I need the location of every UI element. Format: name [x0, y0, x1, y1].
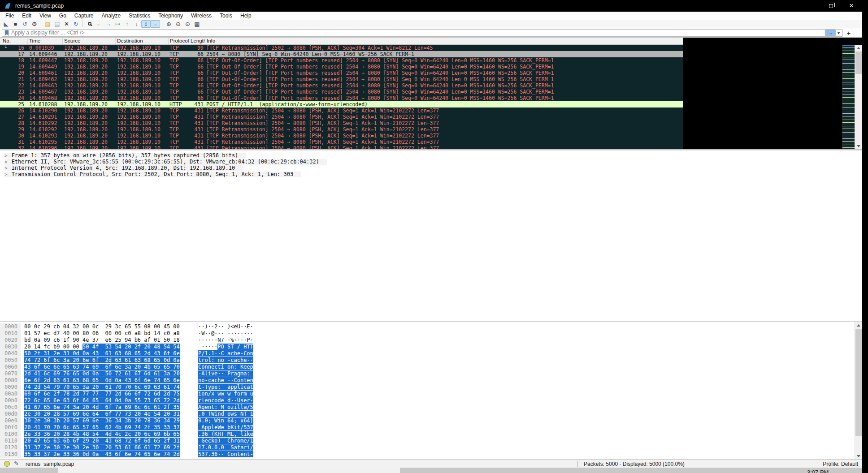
menu-wireless[interactable]: Wireless	[187, 12, 216, 20]
packet-row-16[interactable]: 16└0.001939192.168.189.20192.168.189.10T…	[0, 45, 683, 51]
hex-row-0120[interactable]: 012031 37 2e 30 2e 30 2e 30 20 53 61 66 …	[0, 444, 862, 451]
hex-row-00d0[interactable]: 00d02e 30 20 28 57 69 6e 64 6f 77 73 20 …	[0, 411, 862, 417]
display-filter-field[interactable]: → ▾	[2, 29, 843, 37]
hex-row-00f0[interactable]: 00f020 41 70 70 6c 65 57 65 62 4b 69 74 …	[0, 424, 862, 431]
menu-go[interactable]: Go	[55, 12, 70, 20]
menu-analyze[interactable]: Analyze	[98, 12, 125, 20]
display-filter-input[interactable]	[11, 30, 825, 36]
packet-row-26[interactable]: 2614.610290192.168.189.20192.168.189.10T…	[0, 108, 683, 114]
hex-row-00c0[interactable]: 00c041 67 65 6e 74 3a 20 4d 6f 7a 69 6c …	[0, 404, 862, 411]
expand-arrow-icon[interactable]: >	[4, 172, 8, 177]
save-file-icon[interactable]: ▤	[52, 20, 62, 28]
packet-row-21[interactable]: 2114.609462192.168.189.20192.168.189.10T…	[0, 76, 683, 82]
hex-row-0010[interactable]: 001001 57 ec d7 40 00 80 06 00 00 c0 a8 …	[0, 330, 862, 337]
hex-row-0130[interactable]: 013035 33 37 2e 33 36 0d 0a 43 6f 6e 74 …	[0, 451, 862, 458]
hex-row-0100[interactable]: 01002e 33 36 20 28 4b 48 54 4d 4c 2c 20 …	[0, 431, 862, 438]
close-file-icon[interactable]: ✕	[62, 20, 71, 28]
filter-history-dropdown-icon[interactable]: ▾	[836, 30, 842, 35]
packet-row-27[interactable]: 2714.610291192.168.189.20192.168.189.10T…	[0, 114, 683, 120]
stop-capture-icon[interactable]: ■	[11, 20, 20, 28]
scroll-down-icon[interactable]	[855, 453, 862, 459]
column-header-time[interactable]: Time	[28, 38, 63, 44]
detail-line[interactable]: >Internet Protocol Version 4, Src: 192.1…	[4, 165, 243, 171]
hex-row-0110[interactable]: 011020 47 65 63 6b 6f 29 20 43 68 72 6f …	[0, 438, 862, 444]
detail-line[interactable]: >Ethernet II, Src: VMware_3c:65:55 (00:0…	[4, 159, 327, 165]
column-header-destination[interactable]: Destination	[116, 38, 169, 44]
packet-row-17[interactable]: 1714.609446192.168.189.20192.168.189.10T…	[0, 51, 683, 57]
scroll-up-icon[interactable]	[855, 45, 862, 51]
menu-file[interactable]: File	[0, 12, 18, 20]
menu-edit[interactable]: Edit	[18, 12, 35, 20]
expand-arrow-icon[interactable]: >	[4, 165, 8, 171]
go-forward-icon[interactable]: →	[104, 20, 113, 28]
menu-statistics[interactable]: Statistics	[125, 12, 154, 20]
capture-options-icon[interactable]: ⚙	[30, 20, 39, 28]
packet-row-18[interactable]: 1814.609447192.168.189.20192.168.189.10T…	[0, 57, 683, 64]
hex-row-00e0[interactable]: 00e030 2e 30 3b 20 57 69 6e 36 34 3b 20 …	[0, 417, 862, 424]
hex-row-0000[interactable]: 000000 0c 29 cb 04 32 00 0c 29 3c 65 55 …	[0, 323, 862, 330]
reload-file-icon[interactable]: ↻	[71, 20, 81, 28]
column-header-length[interactable]: Length	[189, 38, 205, 44]
expand-arrow-icon[interactable]: >	[4, 159, 8, 165]
packet-minimap[interactable]	[842, 45, 855, 149]
scroll-down-icon[interactable]	[855, 143, 862, 149]
packet-list-scrollbar[interactable]	[855, 45, 862, 149]
packet-row-19[interactable]: 1914.609449192.168.189.20192.168.189.10T…	[0, 64, 683, 70]
hex-row-0020[interactable]: 0020bd 0a 09 c6 1f 90 4e 37 e6 25 94 b6 …	[0, 337, 862, 344]
scrollbar-thumb[interactable]	[855, 52, 862, 74]
packet-row-25[interactable]: 2514.610288192.168.189.20192.168.189.10H…	[0, 101, 683, 108]
autoscroll-icon[interactable]: ⇟	[141, 20, 151, 28]
add-filter-button[interactable]: +	[845, 29, 853, 37]
colorize-icon[interactable]: ≡	[151, 20, 160, 28]
hex-row-0060[interactable]: 006043 6f 6e 6e 65 63 74 69 6f 6e 3a 20 …	[0, 364, 862, 370]
open-file-icon[interactable]: ▨	[43, 20, 52, 28]
start-capture-icon[interactable]: ◣	[1, 20, 11, 28]
hex-row-0050[interactable]: 005074 72 6f 6c 3a 20 6e 6f 2d 63 61 63 …	[0, 357, 862, 364]
menu-telephony[interactable]: Telephony	[154, 12, 187, 20]
go-back-icon[interactable]: ←	[94, 20, 104, 28]
bookmark-icon[interactable]	[4, 30, 9, 36]
packet-row-28[interactable]: 2814.610292192.168.189.20192.168.189.10T…	[0, 120, 683, 126]
expand-arrow-icon[interactable]: >	[4, 153, 8, 159]
hex-row-00a0[interactable]: 00a069 6f 6e 2f 78 2d 77 77 77 2d 66 6f …	[0, 391, 862, 397]
column-header-info[interactable]: Info	[205, 38, 683, 44]
hex-row-0040[interactable]: 004050 2f 31 2e 31 0d 0a 43 61 63 68 65 …	[0, 350, 862, 357]
packet-row-24[interactable]: 2414.609468192.168.189.20192.168.189.10T…	[0, 95, 683, 101]
close-button[interactable]: ×	[841, 0, 862, 12]
expert-info-icon[interactable]	[4, 461, 10, 467]
scrollbar-thumb[interactable]	[855, 329, 862, 436]
hex-row-0090[interactable]: 009074 2d 54 79 70 65 3a 20 61 70 70 6c …	[0, 384, 862, 391]
go-last-packet-icon[interactable]: ↓	[132, 20, 141, 28]
resize-columns-icon[interactable]: ▦	[192, 20, 202, 28]
column-header-source[interactable]: Source	[63, 38, 116, 44]
bytes-scrollbar[interactable]	[855, 322, 862, 459]
hex-row-0080[interactable]: 00806e 6f 2d 63 61 63 68 65 0d 0a 43 6f …	[0, 377, 862, 384]
go-first-packet-icon[interactable]: ↑	[122, 20, 132, 28]
detail-line[interactable]: >Frame 1: 357 bytes on wire (2856 bits),…	[4, 153, 246, 159]
restart-capture-icon[interactable]: ↺	[20, 20, 30, 28]
packet-row-22[interactable]: 2214.609463192.168.189.20192.168.189.10T…	[0, 82, 683, 89]
zoom-original-icon[interactable]: ⊙	[183, 20, 192, 28]
capture-comment-icon[interactable]: ✎	[14, 460, 19, 467]
packet-row-32[interactable]: 3214.610296192.168.189.20192.168.189.10T…	[0, 145, 683, 149]
packet-row-23[interactable]: 2314.609467192.168.189.20192.168.189.10T…	[0, 89, 683, 95]
column-header-protocol[interactable]: Protocol	[169, 38, 189, 44]
hex-row-00b0[interactable]: 00b072 6c 65 6e 63 6f 64 65 64 0d 0a 55 …	[0, 397, 862, 404]
zoom-out-icon[interactable]: ⊖	[174, 20, 183, 28]
statusbar-profile[interactable]: Profile: Default	[823, 461, 858, 467]
packet-row-30[interactable]: 3014.610293192.168.189.20192.168.189.10T…	[0, 133, 683, 139]
menu-capture[interactable]: Capture	[70, 12, 98, 20]
menu-tools[interactable]: Tools	[216, 12, 236, 20]
apply-filter-button[interactable]: →	[825, 30, 836, 36]
packet-row-20[interactable]: 2014.609461192.168.189.20192.168.189.10T…	[0, 70, 683, 76]
menu-view[interactable]: View	[35, 12, 55, 20]
hex-row-0070[interactable]: 00702d 41 6c 69 76 65 0d 0a 50 72 61 67 …	[0, 370, 862, 377]
restore-button[interactable]	[820, 0, 841, 12]
minimize-button[interactable]	[800, 0, 820, 12]
go-to-packet-icon[interactable]: ↦	[113, 20, 122, 28]
packet-row-29[interactable]: 2914.610292192.168.189.20192.168.189.10T…	[0, 126, 683, 133]
detail-line[interactable]: >Transmission Control Protocol, Src Port…	[4, 172, 301, 177]
packet-row-31[interactable]: 3114.610295192.168.189.20192.168.189.10T…	[0, 139, 683, 145]
zoom-in-icon[interactable]: ⊕	[164, 20, 174, 28]
find-packet-icon[interactable]	[85, 20, 94, 28]
